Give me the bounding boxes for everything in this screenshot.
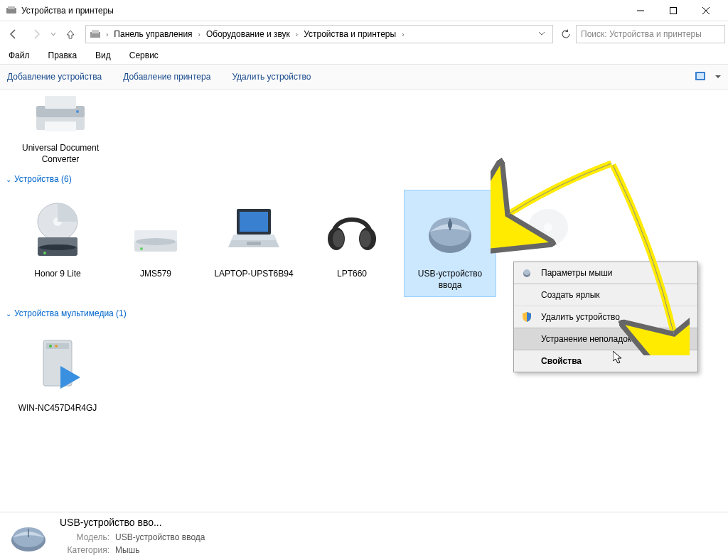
svg-point-32: [360, 230, 371, 247]
chevron-icon: ›: [197, 31, 202, 38]
details-category-label: Категория:: [60, 544, 109, 556]
context-menu-create-shortcut[interactable]: Создать ярлык: [514, 284, 697, 306]
back-button[interactable]: [3, 24, 24, 44]
menu-tools[interactable]: Сервис: [127, 49, 161, 62]
breadcrumb-segment[interactable]: Устройства и принтеры: [301, 29, 399, 39]
headphones-icon: [318, 196, 386, 264]
device-item-phone[interactable]: Honor 9 Lite: [11, 190, 104, 297]
device-item-printer[interactable]: Universal Document Converter: [6, 90, 722, 171]
svg-rect-9: [697, 73, 704, 79]
svg-rect-27: [240, 212, 268, 232]
menu-view[interactable]: Вид: [92, 49, 114, 62]
chevron-icon: ›: [400, 31, 405, 38]
mouse-icon: [521, 267, 532, 279]
mouse-icon: [416, 196, 484, 264]
breadcrumb-segment[interactable]: Оборудование и звук: [203, 29, 293, 39]
device-item-media-server[interactable]: WIN-NC457D4R4GJ: [11, 324, 104, 421]
svg-point-21: [43, 252, 46, 254]
add-device-button[interactable]: Добавление устройства: [7, 72, 102, 82]
device-label: JMS579: [112, 269, 200, 280]
add-printer-button[interactable]: Добавление принтера: [123, 72, 210, 82]
svg-rect-3: [670, 7, 677, 14]
device-label: Honor 9 Lite: [14, 269, 102, 280]
svg-rect-12: [45, 96, 76, 109]
printer-icon: [26, 96, 95, 139]
svg-point-31: [333, 230, 344, 247]
search-placeholder: Поиск: Устройства и принтеры: [581, 29, 702, 39]
device-label: LAPTOP-UPST6B94: [210, 269, 298, 280]
close-button[interactable]: [690, 0, 722, 21]
disc-drive-icon: [23, 196, 92, 264]
details-title: USB-устройство вво...: [60, 517, 722, 528]
context-menu-properties[interactable]: Свойства: [514, 350, 697, 372]
context-menu-troubleshoot[interactable]: Устранение неполадок: [514, 328, 697, 350]
details-text: USB-устройство вво... Модель: USB-устрой…: [60, 517, 722, 556]
chevron-icon: ›: [294, 31, 299, 38]
shield-icon: [521, 311, 532, 323]
device-label: LPT660: [308, 269, 396, 280]
toolbar: Добавление устройства Добавление принтер…: [0, 64, 728, 90]
details-pane: USB-устройство вво... Модель: USB-устрой…: [0, 512, 728, 560]
hdd-icon: [122, 196, 190, 264]
svg-point-36: [448, 220, 452, 229]
history-dropdown[interactable]: [48, 31, 58, 37]
group-header-devices[interactable]: ⌄ Устройства (6): [6, 171, 722, 187]
svg-rect-1: [8, 6, 15, 9]
address-bar: › Панель управления › Оборудование и зву…: [0, 21, 728, 47]
remove-device-button[interactable]: Удалить устройство: [232, 72, 311, 82]
breadcrumb[interactable]: › Панель управления › Оборудование и зву…: [85, 25, 553, 43]
up-button[interactable]: [60, 24, 81, 44]
svg-point-14: [76, 110, 79, 113]
menu-file[interactable]: Файл: [6, 49, 33, 62]
device-label: Universal Document Converter: [16, 143, 105, 165]
device-label: USB-устройство ввода: [406, 269, 494, 291]
details-category-value: Мышь: [115, 544, 140, 556]
window-title: Устройства и принтеры: [21, 6, 114, 16]
menu-bar: Файл Правка Вид Сервис: [0, 47, 728, 64]
svg-rect-13: [45, 122, 76, 131]
breadcrumb-icon: [89, 28, 102, 41]
breadcrumb-segment[interactable]: Панель управления: [111, 29, 195, 39]
chevron-down-icon: ⌄: [6, 176, 11, 183]
title-bar: Устройства и принтеры: [0, 0, 728, 21]
chevron-down-icon: ⌄: [6, 310, 11, 318]
context-menu-remove-device[interactable]: Удалить устройство: [514, 306, 697, 328]
device-item-drive[interactable]: JMS579: [109, 190, 202, 297]
laptop-icon: [220, 196, 288, 264]
disc-icon: [514, 196, 582, 264]
view-dropdown-icon[interactable]: [715, 72, 721, 82]
details-model-label: Модель:: [60, 531, 109, 544]
maximize-button[interactable]: [657, 0, 690, 21]
svg-point-42: [49, 345, 52, 348]
minimize-button[interactable]: [624, 0, 657, 21]
location-dropdown-icon[interactable]: [538, 29, 545, 39]
svg-rect-28: [247, 242, 261, 245]
svg-point-24: [136, 238, 176, 245]
search-input[interactable]: Поиск: Устройства и принтеры: [576, 25, 725, 43]
menu-edit[interactable]: Правка: [46, 49, 80, 62]
details-mouse-icon: [6, 517, 51, 555]
device-item-usb-mouse[interactable]: USB-устройство ввода: [404, 190, 496, 297]
media-server-icon: [23, 330, 92, 399]
svg-point-25: [140, 247, 143, 250]
device-item-laptop[interactable]: LAPTOP-UPST6B94: [208, 190, 300, 297]
svg-point-45: [524, 269, 530, 275]
chevron-icon: ›: [105, 31, 109, 38]
device-item-headphones[interactable]: LPT660: [306, 190, 398, 297]
svg-point-38: [544, 223, 552, 232]
svg-point-43: [55, 345, 58, 348]
view-options-icon[interactable]: [695, 70, 711, 84]
svg-point-20: [39, 244, 76, 250]
details-model-value: USB-устройство ввода: [115, 531, 205, 544]
context-menu: Параметры мыши Создать ярлык Удалить уст…: [513, 262, 698, 372]
context-menu-mouse-params[interactable]: Параметры мыши: [514, 262, 697, 284]
forward-button[interactable]: [26, 24, 47, 44]
refresh-button[interactable]: [557, 29, 574, 39]
svg-rect-7: [92, 30, 99, 33]
app-icon: [6, 5, 17, 16]
device-label: WIN-NC457D4R4GJ: [14, 403, 102, 414]
